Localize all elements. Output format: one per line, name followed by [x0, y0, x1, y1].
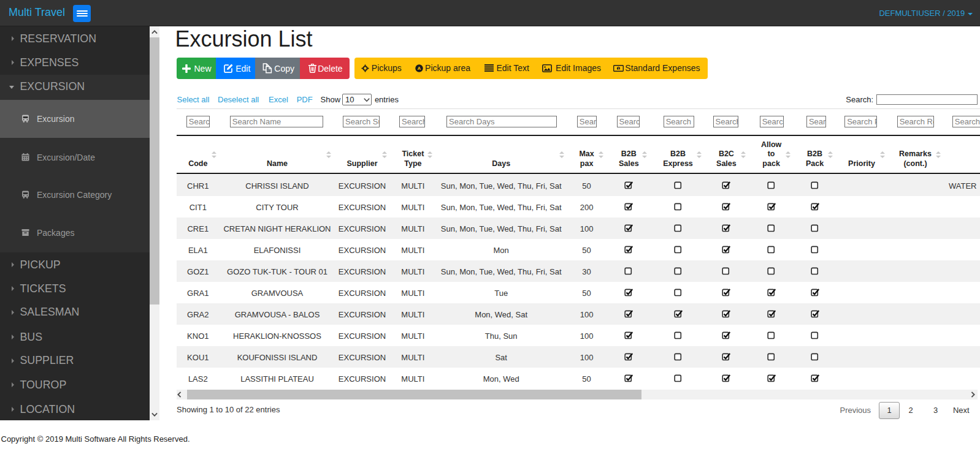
- svg-text:A: A: [418, 66, 421, 71]
- svg-text:1: 1: [618, 66, 619, 70]
